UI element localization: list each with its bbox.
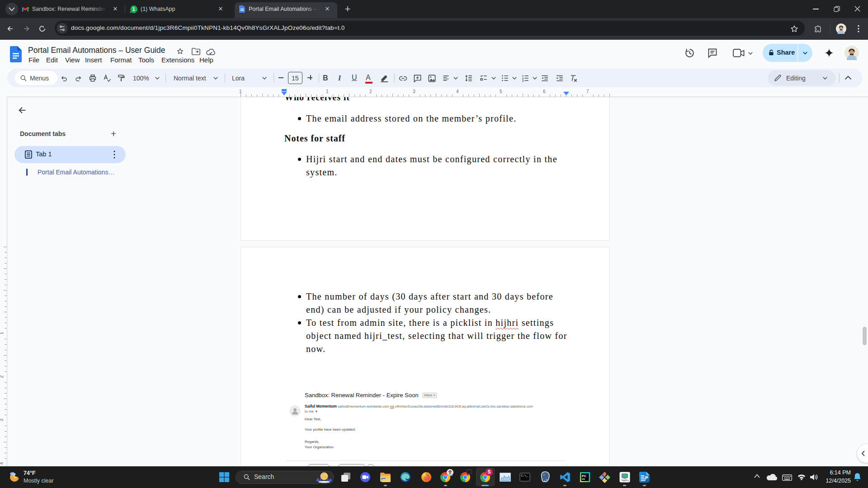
svg-text:C:\_: C:\_ xyxy=(521,474,528,478)
svg-text:1: 1 xyxy=(132,6,135,12)
svg-text:TaskPro: TaskPro xyxy=(622,479,629,482)
svg-text:PC: PC xyxy=(582,474,586,478)
svg-text:3: 3 xyxy=(522,80,524,82)
